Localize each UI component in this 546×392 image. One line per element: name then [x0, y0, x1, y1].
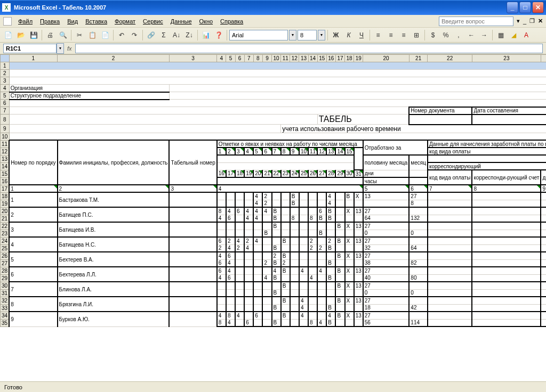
cell[interactable]	[428, 312, 472, 319]
cell[interactable]	[428, 252, 472, 259]
cell[interactable]	[428, 192, 472, 200]
cell[interactable]	[253, 297, 262, 304]
cell[interactable]	[541, 244, 546, 252]
cell[interactable]: 2	[226, 148, 235, 155]
cell[interactable]	[290, 274, 299, 282]
row-header[interactable]: 35	[1, 319, 10, 326]
cell[interactable]: Отработано за	[363, 140, 428, 155]
cell[interactable]	[262, 312, 271, 319]
row-header[interactable]: 13	[1, 155, 10, 162]
cell[interactable]: 4	[326, 192, 335, 200]
cell[interactable]	[317, 192, 326, 200]
cell[interactable]	[290, 312, 299, 319]
cell[interactable]: 13	[354, 282, 363, 289]
cell[interactable]	[354, 200, 363, 207]
cell[interactable]: 13	[354, 252, 363, 259]
cell[interactable]	[169, 92, 546, 100]
cell[interactable]	[262, 244, 271, 252]
cell[interactable]: 4	[217, 274, 226, 282]
italic-button[interactable]: К	[343, 29, 355, 41]
cell[interactable]: В	[272, 289, 281, 297]
cell[interactable]	[244, 304, 253, 312]
cell[interactable]	[217, 222, 226, 230]
cell[interactable]: В	[326, 319, 335, 326]
cell[interactable]	[308, 230, 317, 237]
cell[interactable]: 18	[235, 170, 244, 177]
cell[interactable]	[308, 259, 317, 267]
cell[interactable]	[308, 200, 317, 207]
cell[interactable]	[345, 289, 354, 297]
cell[interactable]: В	[335, 267, 344, 274]
cell[interactable]	[272, 282, 281, 289]
cell[interactable]	[317, 304, 326, 312]
menu-window[interactable]: Окно	[196, 17, 216, 26]
cell[interactable]: 6	[262, 148, 271, 155]
column-header[interactable]	[1, 55, 10, 62]
cell[interactable]: 42	[409, 304, 428, 312]
cell[interactable]	[253, 289, 262, 297]
redo-button[interactable]: ↷	[129, 29, 140, 41]
cell[interactable]: 2	[244, 237, 253, 244]
cell[interactable]	[472, 319, 541, 326]
cell[interactable]	[541, 215, 546, 222]
cell[interactable]: 10	[299, 148, 308, 155]
cell[interactable]: 4	[253, 207, 262, 215]
cell[interactable]: В	[281, 267, 290, 274]
cell[interactable]	[217, 304, 226, 312]
cell[interactable]	[235, 297, 244, 304]
cell[interactable]: В	[290, 192, 299, 200]
cell[interactable]: 4	[9, 237, 57, 252]
menu-tools[interactable]: Сервис	[140, 17, 166, 26]
cell[interactable]	[541, 252, 546, 259]
cell[interactable]: 4	[299, 312, 308, 319]
cell[interactable]: Х	[345, 252, 354, 259]
borders-button[interactable]: ▦	[495, 29, 507, 41]
cell[interactable]	[235, 215, 244, 222]
cell[interactable]	[308, 297, 317, 304]
cell[interactable]: 4	[308, 274, 317, 282]
column-header[interactable]: 13	[299, 55, 308, 62]
cell[interactable]: 6	[317, 207, 326, 215]
merge-button[interactable]: ⊞	[411, 29, 422, 41]
cell[interactable]	[354, 319, 363, 326]
cell[interactable]: В	[281, 237, 290, 244]
cell[interactable]	[235, 230, 244, 237]
cell[interactable]: В	[281, 297, 290, 304]
cell[interactable]: 15	[345, 148, 354, 155]
cell[interactable]: месяц	[409, 155, 428, 170]
cell[interactable]	[354, 289, 363, 297]
cell[interactable]	[363, 200, 410, 207]
cell[interactable]	[235, 200, 244, 207]
cell[interactable]	[308, 252, 317, 259]
cell[interactable]: 2	[235, 244, 244, 252]
cell[interactable]	[317, 252, 326, 259]
cell[interactable]: 18	[363, 304, 410, 312]
row-header[interactable]: 29	[1, 274, 10, 282]
cell[interactable]: 26	[308, 170, 317, 177]
font-name-dropdown[interactable]: ▾	[289, 30, 296, 40]
row-header[interactable]: 10	[1, 133, 10, 140]
cell[interactable]: 27	[317, 170, 326, 177]
cell[interactable]: 1	[9, 192, 57, 207]
cell[interactable]: Бехтерев В.А.	[58, 252, 170, 267]
cell[interactable]: дни	[363, 170, 410, 177]
cell[interactable]: 3	[9, 222, 57, 237]
cell[interactable]: Дата составления	[472, 107, 546, 115]
comma-button[interactable]: ,	[453, 29, 464, 41]
cell[interactable]: В	[272, 244, 281, 252]
cell[interactable]	[244, 230, 253, 237]
cell[interactable]: 6	[217, 237, 226, 244]
cell[interactable]	[169, 207, 216, 222]
hdr-name[interactable]: Фамилия инициалы, профессия, должность	[58, 140, 170, 185]
cell[interactable]	[428, 215, 472, 222]
cell[interactable]: 114	[409, 319, 428, 326]
row-header[interactable]: 22	[1, 222, 10, 230]
print-button[interactable]: 🖨	[44, 29, 56, 41]
cell[interactable]	[281, 192, 290, 200]
cell[interactable]	[541, 297, 546, 304]
cell[interactable]: В	[326, 207, 335, 215]
cell[interactable]	[335, 230, 344, 237]
cell[interactable]: В	[272, 215, 281, 222]
cell[interactable]: Брязгина Л.И.	[58, 297, 170, 312]
cell[interactable]	[244, 282, 253, 289]
